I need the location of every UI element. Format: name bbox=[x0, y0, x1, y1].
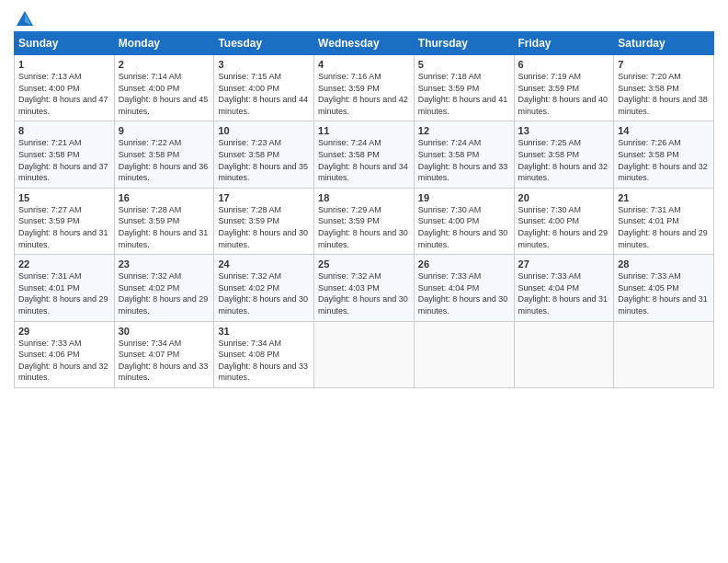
calendar-cell: 1Sunrise: 7:13 AMSunset: 4:00 PMDaylight… bbox=[15, 55, 115, 121]
calendar-cell: 30Sunrise: 7:34 AMSunset: 4:07 PMDayligh… bbox=[114, 321, 214, 387]
day-number: 3 bbox=[218, 59, 310, 70]
day-number: 7 bbox=[618, 59, 710, 70]
calendar-cell: 8Sunrise: 7:21 AMSunset: 3:58 PMDaylight… bbox=[15, 121, 115, 188]
day-info: Sunrise: 7:22 AMSunset: 3:58 PMDaylight:… bbox=[119, 138, 209, 182]
day-number: 22 bbox=[18, 259, 110, 270]
calendar-cell: 7Sunrise: 7:20 AMSunset: 3:58 PMDaylight… bbox=[614, 55, 714, 121]
day-number: 26 bbox=[418, 259, 510, 270]
day-info: Sunrise: 7:32 AMSunset: 4:02 PMDaylight:… bbox=[119, 271, 209, 316]
calendar-cell: 11Sunrise: 7:24 AMSunset: 3:58 PMDayligh… bbox=[314, 121, 415, 188]
calendar-cell: 10Sunrise: 7:23 AMSunset: 3:58 PMDayligh… bbox=[214, 121, 314, 188]
calendar-cell: 16Sunrise: 7:28 AMSunset: 3:59 PMDayligh… bbox=[114, 188, 214, 254]
day-info: Sunrise: 7:31 AMSunset: 4:01 PMDaylight:… bbox=[18, 271, 108, 316]
day-info: Sunrise: 7:24 AMSunset: 3:58 PMDaylight:… bbox=[418, 138, 508, 182]
calendar-cell: 18Sunrise: 7:29 AMSunset: 3:59 PMDayligh… bbox=[314, 188, 415, 254]
day-number: 21 bbox=[618, 192, 710, 203]
calendar-cell: 2Sunrise: 7:14 AMSunset: 4:00 PMDaylight… bbox=[114, 55, 214, 121]
weekday-header: Wednesday bbox=[314, 32, 415, 55]
calendar-cell: 29Sunrise: 7:33 AMSunset: 4:06 PMDayligh… bbox=[15, 321, 115, 387]
calendar-cell: 21Sunrise: 7:31 AMSunset: 4:01 PMDayligh… bbox=[614, 188, 714, 254]
day-info: Sunrise: 7:21 AMSunset: 3:58 PMDaylight:… bbox=[18, 138, 108, 182]
calendar-cell: 13Sunrise: 7:25 AMSunset: 3:58 PMDayligh… bbox=[514, 121, 614, 188]
weekday-header: Thursday bbox=[414, 32, 514, 55]
calendar-cell bbox=[514, 321, 614, 387]
day-number: 13 bbox=[518, 125, 610, 136]
header bbox=[14, 9, 714, 26]
calendar-cell: 23Sunrise: 7:32 AMSunset: 4:02 PMDayligh… bbox=[114, 255, 214, 321]
calendar-cell: 4Sunrise: 7:16 AMSunset: 3:59 PMDaylight… bbox=[314, 55, 415, 121]
day-info: Sunrise: 7:30 AMSunset: 4:00 PMDaylight:… bbox=[518, 205, 609, 249]
calendar-cell bbox=[414, 321, 514, 387]
calendar-cell: 24Sunrise: 7:32 AMSunset: 4:02 PMDayligh… bbox=[214, 255, 314, 321]
day-number: 31 bbox=[218, 326, 310, 337]
calendar-cell: 26Sunrise: 7:33 AMSunset: 4:04 PMDayligh… bbox=[414, 255, 514, 321]
calendar-cell: 17Sunrise: 7:28 AMSunset: 3:59 PMDayligh… bbox=[214, 188, 314, 254]
day-info: Sunrise: 7:32 AMSunset: 4:03 PMDaylight:… bbox=[318, 271, 408, 316]
day-info: Sunrise: 7:24 AMSunset: 3:58 PMDaylight:… bbox=[318, 138, 408, 182]
day-number: 19 bbox=[418, 192, 510, 203]
day-info: Sunrise: 7:33 AMSunset: 4:04 PMDaylight:… bbox=[418, 271, 508, 316]
logo-icon bbox=[15, 9, 35, 29]
day-info: Sunrise: 7:14 AMSunset: 4:00 PMDaylight:… bbox=[119, 72, 209, 116]
day-info: Sunrise: 7:20 AMSunset: 3:58 PMDaylight:… bbox=[618, 72, 708, 116]
day-info: Sunrise: 7:28 AMSunset: 3:59 PMDaylight:… bbox=[119, 205, 209, 249]
day-number: 14 bbox=[618, 125, 710, 136]
day-info: Sunrise: 7:34 AMSunset: 4:08 PMDaylight:… bbox=[218, 339, 308, 383]
day-info: Sunrise: 7:18 AMSunset: 3:59 PMDaylight:… bbox=[418, 72, 508, 116]
calendar-cell: 25Sunrise: 7:32 AMSunset: 4:03 PMDayligh… bbox=[314, 255, 415, 321]
day-number: 24 bbox=[218, 259, 310, 270]
weekday-header: Tuesday bbox=[214, 32, 314, 55]
day-info: Sunrise: 7:31 AMSunset: 4:01 PMDaylight:… bbox=[618, 205, 708, 249]
day-info: Sunrise: 7:32 AMSunset: 4:02 PMDaylight:… bbox=[218, 271, 308, 316]
day-info: Sunrise: 7:33 AMSunset: 4:06 PMDaylight:… bbox=[18, 339, 108, 383]
calendar-cell: 9Sunrise: 7:22 AMSunset: 3:58 PMDaylight… bbox=[114, 121, 214, 188]
day-info: Sunrise: 7:19 AMSunset: 3:59 PMDaylight:… bbox=[518, 72, 609, 116]
day-number: 10 bbox=[218, 125, 310, 136]
calendar-cell: 5Sunrise: 7:18 AMSunset: 3:59 PMDaylight… bbox=[414, 55, 514, 121]
page-container: SundayMondayTuesdayWednesdayThursdayFrid… bbox=[0, 0, 728, 397]
calendar-header-row: SundayMondayTuesdayWednesdayThursdayFrid… bbox=[15, 32, 714, 55]
calendar-cell: 22Sunrise: 7:31 AMSunset: 4:01 PMDayligh… bbox=[15, 255, 115, 321]
calendar-table: SundayMondayTuesdayWednesdayThursdayFrid… bbox=[14, 31, 714, 388]
day-number: 12 bbox=[418, 125, 510, 136]
day-number: 17 bbox=[218, 192, 310, 203]
day-info: Sunrise: 7:33 AMSunset: 4:05 PMDaylight:… bbox=[618, 271, 708, 316]
day-number: 20 bbox=[518, 192, 610, 203]
day-number: 4 bbox=[318, 59, 410, 70]
day-number: 28 bbox=[618, 259, 710, 270]
calendar-cell: 28Sunrise: 7:33 AMSunset: 4:05 PMDayligh… bbox=[614, 255, 714, 321]
day-number: 23 bbox=[119, 259, 210, 270]
day-number: 2 bbox=[119, 59, 210, 70]
day-number: 11 bbox=[318, 125, 410, 136]
day-number: 8 bbox=[18, 125, 110, 136]
day-number: 18 bbox=[318, 192, 410, 203]
day-number: 16 bbox=[119, 192, 210, 203]
day-number: 5 bbox=[418, 59, 510, 70]
calendar-cell: 31Sunrise: 7:34 AMSunset: 4:08 PMDayligh… bbox=[214, 321, 314, 387]
day-info: Sunrise: 7:30 AMSunset: 4:00 PMDaylight:… bbox=[418, 205, 508, 249]
weekday-header: Friday bbox=[514, 32, 614, 55]
weekday-header: Saturday bbox=[614, 32, 714, 55]
calendar-cell: 3Sunrise: 7:15 AMSunset: 4:00 PMDaylight… bbox=[214, 55, 314, 121]
day-number: 6 bbox=[518, 59, 610, 70]
day-number: 9 bbox=[119, 125, 210, 136]
day-info: Sunrise: 7:34 AMSunset: 4:07 PMDaylight:… bbox=[119, 339, 209, 383]
day-info: Sunrise: 7:27 AMSunset: 3:59 PMDaylight:… bbox=[18, 205, 108, 249]
day-info: Sunrise: 7:13 AMSunset: 4:00 PMDaylight:… bbox=[18, 72, 108, 116]
weekday-header: Sunday bbox=[15, 32, 115, 55]
day-number: 29 bbox=[18, 326, 110, 337]
day-info: Sunrise: 7:26 AMSunset: 3:58 PMDaylight:… bbox=[618, 138, 708, 182]
day-info: Sunrise: 7:23 AMSunset: 3:58 PMDaylight:… bbox=[218, 138, 308, 182]
day-number: 15 bbox=[18, 192, 110, 203]
day-number: 27 bbox=[518, 259, 610, 270]
calendar-cell: 12Sunrise: 7:24 AMSunset: 3:58 PMDayligh… bbox=[414, 121, 514, 188]
day-info: Sunrise: 7:16 AMSunset: 3:59 PMDaylight:… bbox=[318, 72, 408, 116]
day-number: 30 bbox=[119, 326, 210, 337]
day-info: Sunrise: 7:25 AMSunset: 3:58 PMDaylight:… bbox=[518, 138, 609, 182]
day-info: Sunrise: 7:33 AMSunset: 4:04 PMDaylight:… bbox=[518, 271, 609, 316]
calendar-cell bbox=[314, 321, 415, 387]
calendar-cell: 14Sunrise: 7:26 AMSunset: 3:58 PMDayligh… bbox=[614, 121, 714, 188]
logo bbox=[14, 9, 36, 26]
weekday-header: Monday bbox=[114, 32, 214, 55]
calendar-cell: 6Sunrise: 7:19 AMSunset: 3:59 PMDaylight… bbox=[514, 55, 614, 121]
